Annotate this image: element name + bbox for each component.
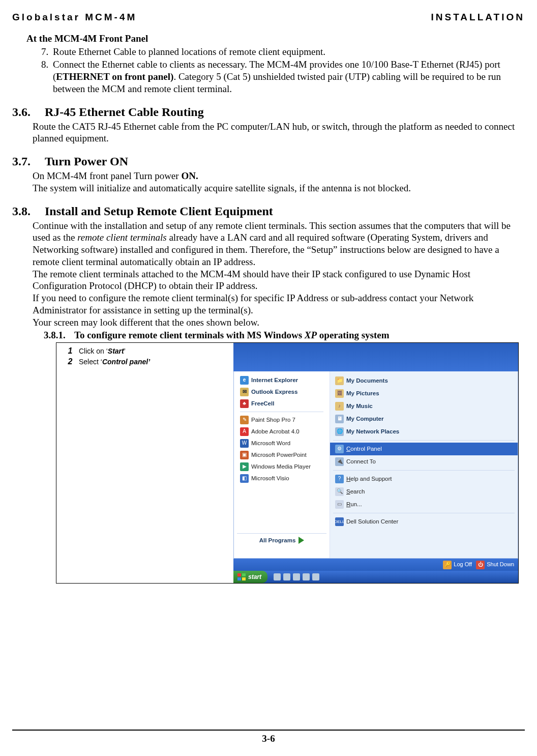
- dell-icon: DELL: [335, 517, 344, 526]
- pdf-icon: A: [240, 427, 249, 436]
- ie-icon: e: [240, 376, 249, 385]
- my-network[interactable]: 🌐My Network Places: [330, 425, 518, 438]
- logoff-icon: 🔑: [443, 561, 452, 569]
- all-programs[interactable]: All Programs: [237, 533, 326, 548]
- list-item: Route Ethernet Cable to planned location…: [51, 46, 520, 58]
- front-panel-steps: Route Ethernet Cable to planned location…: [26, 46, 520, 95]
- section-3-6: 3.6.RJ-45 Ethernet Cable Routing: [12, 104, 525, 120]
- section-3-8: 3.8.Install and Setup Remote Client Equi…: [12, 203, 525, 219]
- search-icon: 🔍: [335, 487, 344, 496]
- section-3-8-body: Continue with the installation and setup…: [33, 220, 520, 329]
- search[interactable]: 🔍Search: [330, 485, 518, 498]
- start-menu-places: 📁My Documents 🖼My Pictures ♪My Music 🖥My…: [330, 371, 518, 558]
- app-powerpoint[interactable]: ▣Microsoft PowerPoint: [237, 449, 326, 461]
- section-3-7: 3.7.Turn Power ON: [12, 154, 525, 169]
- app-word[interactable]: WMicrosoft Word: [237, 438, 326, 449]
- tray-icon[interactable]: [303, 573, 310, 580]
- logoff-button[interactable]: 🔑Log Off: [443, 561, 472, 569]
- start-menu-programs: eInternet Explorer ✉Outlook Express ♣Fre…: [234, 371, 330, 558]
- step-row: 1 Click on ‘Start’: [62, 346, 228, 356]
- start-menu-banner: [233, 343, 518, 372]
- section-3-7-body: On MCM-4M front panel Turn power ON. The…: [33, 170, 520, 194]
- freecell-icon: ♣: [240, 399, 249, 408]
- my-computer[interactable]: 🖥My Computer: [330, 413, 518, 425]
- control-panel[interactable]: ⚙Control Panel: [330, 443, 518, 455]
- connect-to[interactable]: 🔌Connect To: [330, 455, 518, 468]
- windows-flag-icon: [237, 573, 246, 580]
- connect-icon: 🔌: [335, 457, 344, 466]
- folder-icon: 📁: [335, 376, 344, 385]
- shutdown-icon: ⏻: [476, 561, 485, 569]
- taskbar: start: [233, 571, 518, 583]
- front-panel-title: At the MCM-4M Front Panel: [26, 33, 525, 45]
- control-panel-icon: ⚙: [335, 445, 344, 453]
- step-row: 2 Select ‘Control panel’: [62, 357, 228, 367]
- computer-icon: 🖥: [335, 415, 344, 423]
- doc-section: INSTALLATION: [431, 11, 525, 23]
- quick-launch: [274, 573, 319, 580]
- section-3-8-1: 3.8.1.To configure remote client termina…: [44, 329, 525, 341]
- wmp-icon: ▶: [240, 462, 249, 471]
- word-icon: W: [240, 439, 249, 448]
- music-icon: ♪: [335, 402, 344, 411]
- tray-icon[interactable]: [293, 573, 300, 580]
- run-icon: ▭: [335, 500, 344, 509]
- outlook-icon: ✉: [240, 388, 249, 396]
- dell-solution[interactable]: DELLDell Solution Center: [330, 515, 518, 528]
- tray-icon[interactable]: [312, 573, 319, 580]
- app-acrobat[interactable]: AAdobe Acrobat 4.0: [237, 426, 326, 438]
- my-music[interactable]: ♪My Music: [330, 400, 518, 413]
- app-outlook-express[interactable]: ✉Outlook Express: [237, 386, 326, 398]
- tray-icon[interactable]: [274, 573, 281, 580]
- app-psp[interactable]: ✎Paint Shop Pro 7: [237, 414, 326, 426]
- network-icon: 🌐: [335, 427, 344, 436]
- step-figure: 1 Click on ‘Start’ 2 Select ‘Control pan…: [56, 342, 519, 584]
- tray-icon[interactable]: [283, 573, 290, 580]
- run[interactable]: ▭Run...: [330, 498, 518, 511]
- psp-icon: ✎: [240, 416, 249, 424]
- help-icon: ?: [335, 475, 344, 483]
- help-support[interactable]: ?Help and Support: [330, 473, 518, 485]
- start-button[interactable]: start: [233, 571, 267, 583]
- app-internet-explorer[interactable]: eInternet Explorer: [237, 374, 326, 386]
- pictures-icon: 🖼: [335, 389, 344, 398]
- ppt-icon: ▣: [240, 451, 249, 459]
- start-menu-screenshot: eInternet Explorer ✉Outlook Express ♣Fre…: [233, 343, 518, 583]
- section-3-6-body: Route the CAT5 RJ-45 Ethernet cable from…: [33, 121, 520, 145]
- app-wmp[interactable]: ▶Windows Media Player: [237, 461, 326, 473]
- app-freecell[interactable]: ♣FreeCell: [237, 398, 326, 410]
- doc-product: Globalstar MCM-4M: [12, 11, 137, 23]
- visio-icon: ◧: [240, 474, 249, 483]
- my-pictures[interactable]: 🖼My Pictures: [330, 387, 518, 400]
- app-visio[interactable]: ◧Microsoft Visio: [237, 473, 326, 484]
- shutdown-button[interactable]: ⏻Shut Down: [476, 561, 514, 569]
- list-item: Connect the Ethernet cable to clients as…: [51, 59, 520, 95]
- my-documents[interactable]: 📁My Documents: [330, 374, 518, 387]
- arrow-right-icon: [299, 537, 304, 544]
